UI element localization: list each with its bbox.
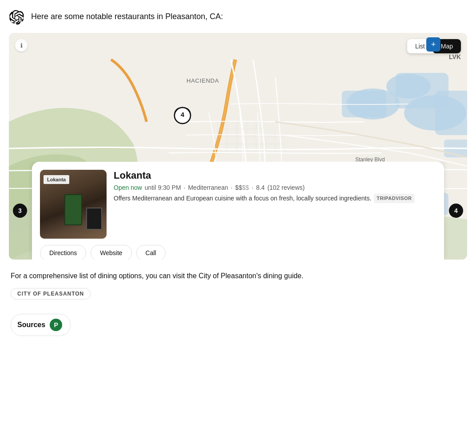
sources-label: Sources xyxy=(17,321,45,329)
card-nav-right-number: 4 xyxy=(449,204,463,218)
svg-rect-6 xyxy=(435,91,467,135)
website-button[interactable]: Website xyxy=(91,245,131,260)
hours: until 9:30 PM xyxy=(145,184,181,191)
price: $$$$ xyxy=(235,184,249,191)
tripadvisor-badge: TRIPADVISOR xyxy=(374,194,414,203)
card-content: Lokanta Lokanta Open now until 9:30 PM · xyxy=(32,162,444,245)
restaurant-meta: Open now until 9:30 PM · Mediterranean ·… xyxy=(114,184,436,191)
card-info: Lokanta Open now until 9:30 PM · Mediter… xyxy=(114,170,436,239)
svg-rect-4 xyxy=(342,91,386,117)
restaurant-card: Lokanta Lokanta Open now until 9:30 PM · xyxy=(32,162,444,260)
restaurant-description: Offers Mediterranean and European cuisin… xyxy=(114,194,436,203)
map-container[interactable]: ℹ List Map + LVK HACIENDA Pleasanton Sta… xyxy=(9,33,467,260)
sources-section: Sources P xyxy=(0,307,476,345)
info-icon: ℹ xyxy=(20,42,23,49)
dot-separator2: · xyxy=(231,184,233,191)
card-nav-right[interactable]: 4 xyxy=(445,162,467,260)
dot-separator: · xyxy=(184,184,186,191)
header: Here are some notable restaurants in Ple… xyxy=(0,0,476,33)
card-nav-left-number: 3 xyxy=(13,204,27,218)
map-info-button[interactable]: ℹ xyxy=(15,39,28,52)
rating: 8.4 xyxy=(256,184,265,191)
open-status: Open now xyxy=(114,184,142,191)
card-actions: Directions Website Call xyxy=(32,245,444,260)
footer-content: For a comprehensive list of dining optio… xyxy=(0,260,476,307)
map-expand-button[interactable]: + xyxy=(426,37,440,52)
expand-icon: + xyxy=(431,40,436,49)
sources-button[interactable]: Sources P xyxy=(11,314,71,336)
restaurant-image: Lokanta xyxy=(40,170,107,239)
openai-logo xyxy=(9,10,25,26)
directions-button[interactable]: Directions xyxy=(40,245,86,260)
sources-icon: P xyxy=(50,319,62,331)
dot-separator3: · xyxy=(252,184,254,191)
city-badge[interactable]: CITY OF PLEASANTON xyxy=(11,288,91,300)
call-button[interactable]: Call xyxy=(136,245,166,260)
restaurant-name: Lokanta xyxy=(114,170,436,181)
review-count: (102 reviews) xyxy=(267,184,305,191)
map-pin-4[interactable]: 4 xyxy=(173,106,192,131)
cuisine: Mediterranean xyxy=(188,184,228,191)
lvk-label: LVK xyxy=(449,53,461,60)
card-nav-left[interactable]: 3 xyxy=(9,162,31,260)
footer-text: For a comprehensive list of dining optio… xyxy=(11,270,465,282)
header-message: Here are some notable restaurants in Ple… xyxy=(31,9,223,23)
restaurant-card-strip: 3 Lokanta L xyxy=(9,162,467,260)
